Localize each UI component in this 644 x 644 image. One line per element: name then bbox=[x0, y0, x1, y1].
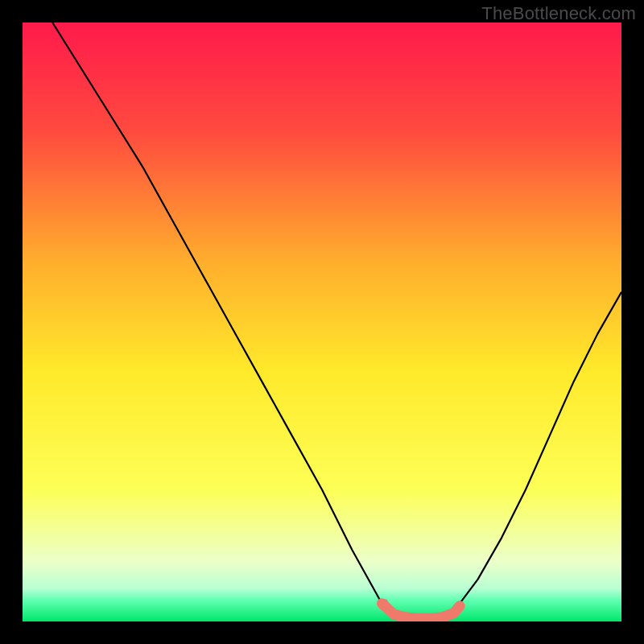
points-group bbox=[382, 599, 388, 605]
plot-svg bbox=[23, 23, 621, 621]
plot-area bbox=[23, 23, 621, 621]
marker-left bbox=[382, 599, 388, 605]
chart-frame: TheBottleneck.com bbox=[0, 0, 644, 644]
gradient-background bbox=[23, 23, 621, 621]
watermark-text: TheBottleneck.com bbox=[481, 3, 636, 24]
